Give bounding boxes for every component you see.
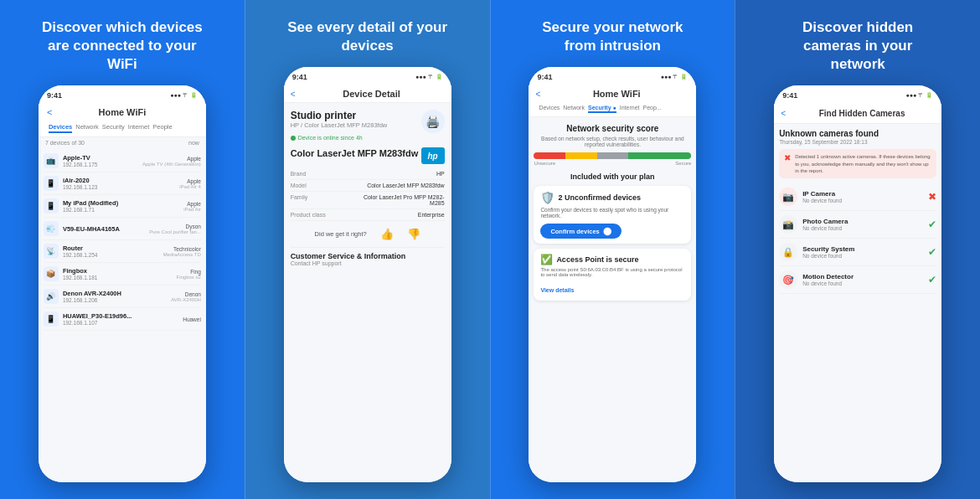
- panel2-title: See every detail of your devices: [284, 18, 451, 55]
- panel-security: Secure your network from intrusion 9:41 …: [490, 0, 735, 499]
- tab-people[interactable]: People: [152, 122, 172, 133]
- p2-details: Brand HP Model Color LaserJet MFP M283fd…: [291, 168, 445, 221]
- device-info-fingbox: Fingbox 192.168.1.181: [63, 267, 173, 280]
- p3-header-title: Home WiFi: [544, 89, 689, 99]
- p3-content: Network security score Based on network …: [529, 117, 696, 482]
- p1-tabs: Devices Network Security Internet People: [45, 120, 199, 133]
- table-row[interactable]: 📱 iAir-2020 192.168.1.123 Apple iPad Air…: [44, 172, 201, 195]
- table-row[interactable]: 📦 Fingbox 192.168.1.181 Fing Fingbox x2: [44, 263, 201, 286]
- photo-camera-status-icon: ✔: [928, 219, 936, 230]
- tab-internet[interactable]: Internet: [128, 122, 149, 133]
- table-row[interactable]: 📺 Apple-TV 192.168.1.175 Apple Apple TV …: [44, 150, 201, 172]
- score-sub: Based on network setup, check results, u…: [534, 136, 691, 147]
- panel2-phone: 9:41 ●●● 〒 🔋 < Device Detail Studio prin…: [284, 67, 451, 482]
- panel-wifi-discovery: Discover which devices are connected to …: [0, 0, 245, 499]
- p2-customer: Customer Service & Information Contact H…: [291, 247, 445, 266]
- p4-header-title: Find Hidden Cameras: [789, 109, 935, 118]
- p2-device-model-sub: HP / Color LaserJet MFP M283fdw: [291, 121, 388, 129]
- back-icon-3[interactable]: <: [535, 90, 540, 99]
- thumbs-up-icon[interactable]: 👍: [380, 228, 394, 240]
- camera-row-ip[interactable]: 📷 IP Camera No device found ✖: [779, 183, 936, 211]
- device-list: 📺 Apple-TV 192.168.1.175 Apple Apple TV …: [39, 148, 206, 332]
- thumbs-down-icon[interactable]: 👎: [407, 228, 420, 240]
- tab3-network[interactable]: Network: [563, 104, 585, 113]
- hp-logo: hp: [421, 147, 445, 164]
- motion-detector-icon: 🎯: [779, 270, 797, 289]
- panel1-phone: 9:41 ●●● 〒 🔋 < Home WiFi Devices Network…: [39, 85, 206, 482]
- panel-device-detail: See every detail of your devices 9:41 ●●…: [245, 0, 490, 499]
- tab3-peop[interactable]: Peop...: [643, 104, 662, 113]
- bar-red: [534, 152, 565, 159]
- online-dot: [291, 136, 296, 141]
- printer-icon: 🖨️: [421, 110, 445, 133]
- p2-big-name: Color LaserJet MFP M283fdw: [291, 148, 419, 158]
- status-bar-4: 9:41 ●●● 〒 🔋: [774, 85, 941, 104]
- bar-green: [628, 152, 691, 159]
- p2-feedback: Did we get it right? 👍 👎: [291, 221, 445, 247]
- security-system-icon: 🔒: [779, 243, 797, 261]
- p3-tabs: Devices Network Security ● Internet Peop…: [535, 101, 689, 113]
- camera-row-photo[interactable]: 📸 Photo Camera No device found ✔: [779, 211, 936, 239]
- ip-camera-info: IP Camera No device found: [802, 190, 923, 203]
- back-icon-1[interactable]: <: [47, 107, 52, 117]
- security-system-info: Security System No device found: [802, 245, 923, 259]
- tab3-internet[interactable]: Internet: [620, 104, 640, 113]
- p1-header: < Home WiFi Devices Network Security Int…: [39, 104, 206, 137]
- p2-status-text: Device is online since 4h: [298, 135, 363, 141]
- tab3-devices[interactable]: Devices: [539, 104, 560, 113]
- p1-header-title: Home WiFi: [99, 107, 147, 117]
- status-bar-3: 9:41 ●●● 〒 🔋: [529, 67, 696, 85]
- p2-header: < Device Detail: [284, 85, 451, 103]
- back-icon-2[interactable]: <: [291, 90, 296, 99]
- motion-detector-info: Motion Detector No device found: [802, 273, 923, 286]
- p1-subheader: 7 devices of 30 now: [39, 137, 206, 148]
- ip-camera-status-icon: ✖: [928, 191, 936, 203]
- table-row[interactable]: 📡 Router 192.168.1.254 Technicolor Media…: [44, 240, 201, 263]
- detail-row-brand: Brand HP: [291, 168, 445, 180]
- device-icon-fingbox: 📦: [44, 266, 59, 281]
- view-details-button[interactable]: View details: [540, 287, 574, 293]
- bar-gray: [597, 152, 629, 159]
- phone-content-1: < Home WiFi Devices Network Security Int…: [39, 104, 206, 482]
- device-info-dyson: V59-EU-MHA4165A: [63, 225, 145, 233]
- status-bar-2: 9:41 ●●● 〒 🔋: [284, 67, 451, 85]
- x-icon: ✖: [784, 153, 791, 162]
- tab3-security[interactable]: Security ●: [588, 104, 616, 113]
- table-row[interactable]: 🔊 Denon AVR-X2400H 192.168.1.206 Denon A…: [44, 286, 201, 308]
- cameras-found-title: Unknown cameras found: [779, 129, 936, 138]
- security-system-status-icon: ✔: [928, 246, 936, 258]
- tab-network[interactable]: Network: [75, 122, 99, 133]
- device-icon-denon: 🔊: [44, 289, 59, 304]
- p2-device-name: Studio printer: [291, 110, 388, 121]
- detail-row-model: Model Color LaserJet MFP M283fdw: [291, 180, 445, 192]
- ip-camera-icon: 📷: [779, 188, 797, 206]
- photo-camera-info: Photo Camera No device found: [802, 218, 923, 231]
- device-info-denon: Denon AVR-X2400H 192.168.1.206: [63, 290, 167, 303]
- unconfirmed-text: Confirm your devices to easily spot who …: [540, 207, 684, 219]
- signal-2: ●●● 〒 🔋: [415, 73, 443, 81]
- p4-header: < Find Hidden Cameras: [774, 104, 941, 124]
- device-icon-router: 📡: [44, 244, 59, 259]
- p2-status: Device is online since 4h: [291, 135, 445, 141]
- unconfirmed-title: 2 Unconfirmed devices: [558, 193, 641, 202]
- bar-label-left: Unsecure: [534, 161, 555, 166]
- phone-content-3: < Home WiFi Devices Network Security ● I…: [529, 85, 696, 482]
- camera-row-motion[interactable]: 🎯 Motion Detector No device found ✔: [779, 266, 936, 294]
- back-icon-4[interactable]: <: [781, 109, 786, 118]
- p1-nav: < Home WiFi: [45, 107, 199, 120]
- device-icon-dyson: 💨: [44, 221, 59, 236]
- panel-hidden-cameras: Discover hidden cameras in your network …: [735, 0, 980, 499]
- table-row[interactable]: 📱 My iPad (Modified) 192.168.1.71 Apple …: [44, 195, 201, 218]
- detail-row-class: Product class Enterprise: [291, 209, 445, 221]
- checkmark-icon: ✅: [540, 254, 553, 265]
- time-1: 9:41: [47, 91, 62, 100]
- tab-devices[interactable]: Devices: [49, 122, 72, 133]
- shield-alert-icon: 🛡️: [540, 191, 554, 204]
- status-bar-1: 9:41 ●●● 〒 🔋: [39, 85, 206, 104]
- table-row[interactable]: 💨 V59-EU-MHA4165A Dyson Pure Cool purifi…: [44, 218, 201, 240]
- camera-row-security[interactable]: 🔒 Security System No device found ✔: [779, 239, 936, 266]
- confirm-devices-button[interactable]: Confirm devices ⬤: [540, 224, 621, 239]
- device-info-tv: Apple-TV 192.168.1.175: [63, 154, 138, 167]
- table-row[interactable]: 📱 HUAWEI_P30-E19d96... 192.168.1.107 Hua…: [44, 308, 201, 331]
- tab-security[interactable]: Security: [102, 122, 125, 133]
